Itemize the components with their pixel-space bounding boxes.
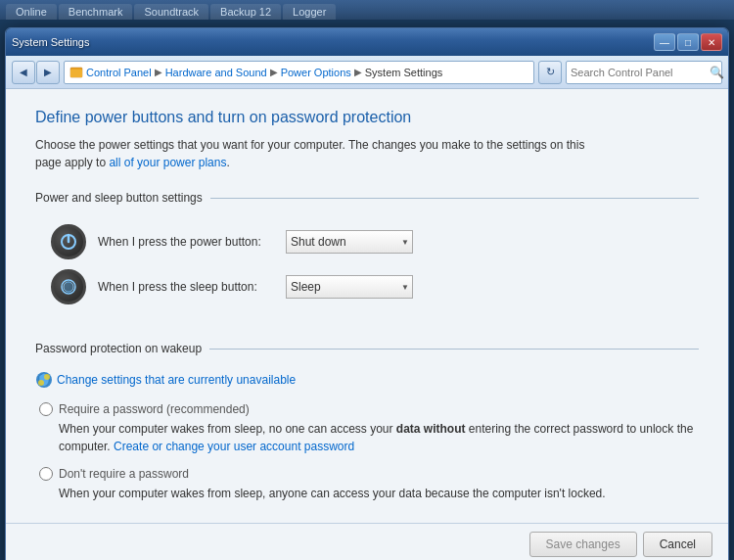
description-text-2: page apply to	[35, 156, 109, 169]
require-password-radio[interactable]	[39, 402, 53, 416]
breadcrumb-bar: Control Panel ▶ Hardware and Sound ▶ Pow…	[64, 61, 534, 84]
change-settings-link[interactable]: Change settings that are currently unava…	[57, 373, 296, 387]
button-settings-label: Power and sleep button settings	[35, 191, 203, 205]
search-icon: 🔍	[710, 66, 724, 79]
power-button-row: When I press the power button: Shut down…	[51, 224, 683, 259]
back-button[interactable]: ◀	[12, 61, 35, 84]
description-text-1: Choose the power settings that you want …	[35, 138, 584, 152]
close-button[interactable]: ✕	[701, 33, 722, 51]
breadcrumb-power[interactable]: Power Options	[281, 67, 351, 78]
search-bar: 🔍	[566, 61, 722, 84]
page-description: Choose the power settings that you want …	[35, 136, 699, 171]
tab-online[interactable]: Online	[6, 4, 57, 20]
top-tabs: Online Benchmark Soundtrack Backup 12 Lo…	[0, 0, 734, 20]
sleep-button-label: When I press the sleep button:	[98, 280, 274, 294]
window-controls: — □ ✕	[654, 33, 722, 51]
sleep-button-select[interactable]: Sleep Hibernate Do nothing Shut down	[286, 275, 413, 299]
divider-line-2	[209, 349, 699, 350]
nav-bar: ◀ ▶ Control Panel ▶ Hardware and Sound ▶…	[6, 56, 728, 89]
require-password-option: Require a password (recommended) When yo…	[35, 402, 699, 455]
window-title: System Settings	[12, 36, 89, 48]
sleep-button-row: When I press the sleep button: Sleep Hib…	[51, 269, 683, 304]
password-section: Change settings that are currently unava…	[35, 367, 699, 518]
all-plans-link[interactable]: all of your power plans	[109, 156, 226, 169]
main-window: System Settings — □ ✕ ◀ ▶ Control Panel …	[5, 27, 729, 560]
description-period: .	[226, 156, 229, 169]
no-password-label: Don't require a password	[59, 467, 189, 481]
change-settings-row: Change settings that are currently unava…	[35, 371, 699, 389]
tab-soundtrack[interactable]: Soundtrack	[134, 4, 208, 20]
require-password-label: Require a password (recommended)	[59, 402, 250, 416]
forward-button[interactable]: ▶	[36, 61, 60, 84]
power-button-icon	[51, 224, 86, 259]
title-bar-left: System Settings	[12, 36, 89, 48]
shield-icon	[35, 371, 53, 389]
power-button-select[interactable]: Shut down Sleep Hibernate Do nothing Tur…	[286, 230, 413, 254]
button-settings-area: When I press the power button: Shut down…	[35, 216, 699, 322]
cancel-button[interactable]: Cancel	[643, 532, 712, 557]
save-button[interactable]: Save changes	[529, 532, 637, 557]
no-password-radio[interactable]	[39, 467, 53, 481]
breadcrumb-control-panel[interactable]: Control Panel	[86, 67, 152, 78]
refresh-button[interactable]: ↻	[538, 61, 562, 84]
create-password-link[interactable]: Create or change your user account passw…	[114, 440, 354, 453]
tab-benchmark[interactable]: Benchmark	[59, 4, 133, 20]
title-bar: System Settings — □ ✕	[6, 28, 728, 56]
breadcrumb-sep-1: ▶	[155, 67, 162, 77]
power-button-label: When I press the power button:	[98, 235, 274, 249]
footer: Save changes Cancel	[6, 523, 728, 560]
content-area: Define power buttons and turn on passwor…	[6, 89, 728, 523]
no-password-description: When your computer wakes from sleep, any…	[59, 485, 699, 502]
no-password-desc-text: When your computer wakes from sleep, any…	[59, 487, 606, 500]
password-section-divider: Password protection on wakeup	[35, 342, 699, 355]
nav-arrows: ◀ ▶	[12, 61, 60, 84]
no-password-row: Don't require a password	[39, 467, 699, 481]
svg-point-8	[38, 380, 44, 386]
breadcrumb-hardware[interactable]: Hardware and Sound	[165, 67, 267, 78]
breadcrumb-sep-3: ▶	[354, 67, 362, 77]
breadcrumb-icon	[69, 65, 84, 80]
svg-rect-1	[70, 70, 82, 77]
require-password-row: Require a password (recommended)	[39, 402, 699, 416]
divider-line-1	[210, 198, 699, 199]
breadcrumb-sep-2: ▶	[270, 67, 278, 77]
search-input[interactable]	[571, 67, 706, 78]
tab-backup[interactable]: Backup 12	[210, 4, 281, 20]
maximize-button[interactable]: □	[677, 33, 699, 51]
minimize-button[interactable]: —	[654, 33, 675, 51]
no-password-option: Don't require a password When your compu…	[35, 467, 699, 502]
power-button-dropdown-wrapper: Shut down Sleep Hibernate Do nothing Tur…	[286, 230, 413, 254]
tab-logger[interactable]: Logger	[283, 4, 336, 20]
button-settings-divider: Power and sleep button settings	[35, 191, 699, 205]
breadcrumb-current: System Settings	[365, 67, 442, 78]
svg-point-7	[44, 374, 50, 380]
sleep-button-dropdown-wrapper: Sleep Hibernate Do nothing Shut down ▼	[286, 275, 413, 299]
sleep-button-icon	[51, 269, 86, 304]
password-section-label: Password protection on wakeup	[35, 342, 202, 355]
page-title: Define power buttons and turn on passwor…	[35, 109, 699, 126]
require-password-description: When your computer wakes from sleep, no …	[59, 420, 699, 455]
